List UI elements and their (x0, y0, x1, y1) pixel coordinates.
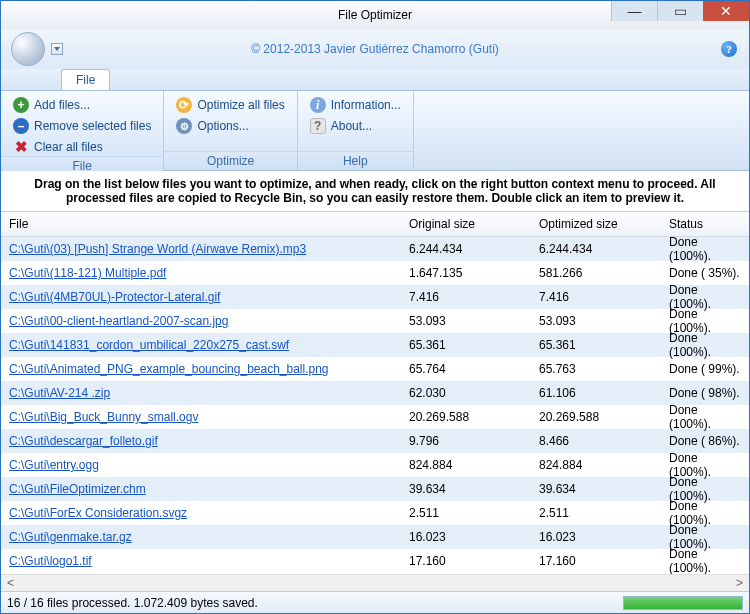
cell-original: 6.244.434 (401, 242, 531, 256)
cell-optimized: 20.269.588 (531, 410, 661, 424)
file-link[interactable]: C:\Guti\(118-121) Multiple.pdf (9, 266, 166, 280)
progress-bar (623, 596, 743, 610)
file-link[interactable]: C:\Guti\141831_cordon_umbilical_220x275_… (9, 338, 289, 352)
table-row[interactable]: C:\Guti\141831_cordon_umbilical_220x275_… (1, 333, 749, 357)
cell-optimized: 61.106 (531, 386, 661, 400)
cell-status: Done ( 98%). (661, 386, 749, 400)
file-link[interactable]: C:\Guti\Big_Buck_Bunny_small.ogv (9, 410, 198, 424)
file-link[interactable]: C:\Guti\(03) [Push] Strange World (Airwa… (9, 242, 306, 256)
minimize-button[interactable]: — (611, 1, 657, 21)
add-files-button[interactable]: +Add files... (9, 96, 155, 114)
table-row[interactable]: C:\Guti\ForEx Consideration.svgz2.5112.5… (1, 501, 749, 525)
arrow-icon: ⟳ (176, 97, 192, 113)
window-title: File Optimizer (338, 8, 412, 22)
ribbon-group-file: +Add files... –Remove selected files ✖Cl… (1, 91, 164, 170)
about-icon: ? (310, 118, 326, 134)
file-table: File Original size Optimized size Status… (1, 212, 749, 574)
ribbon: +Add files... –Remove selected files ✖Cl… (1, 91, 749, 171)
cell-status: Done (100%). (661, 547, 749, 574)
file-link[interactable]: C:\Guti\entry.ogg (9, 458, 99, 472)
clear-all-button[interactable]: ✖Clear all files (9, 138, 155, 156)
cell-optimized: 65.763 (531, 362, 661, 376)
group-label-optimize: Optimize (164, 151, 296, 170)
file-link[interactable]: C:\Guti\00-client-heartland-2007-scan.jp… (9, 314, 228, 328)
tab-file[interactable]: File (61, 69, 110, 90)
cell-optimized: 2.511 (531, 506, 661, 520)
file-link[interactable]: C:\Guti\Animated_PNG_example_bouncing_be… (9, 362, 329, 376)
cell-optimized: 581.266 (531, 266, 661, 280)
cell-original: 53.093 (401, 314, 531, 328)
file-link[interactable]: C:\Guti\genmake.tar.gz (9, 530, 132, 544)
table-row[interactable]: C:\Guti\00-client-heartland-2007-scan.jp… (1, 309, 749, 333)
file-link[interactable]: C:\Guti\(4MB70UL)-Protector-Lateral.gif (9, 290, 220, 304)
copyright-text: © 2012-2013 Javier Gutiérrez Chamorro (G… (251, 42, 499, 56)
table-row[interactable]: C:\Guti\genmake.tar.gz16.02316.023Done (… (1, 525, 749, 549)
col-status[interactable]: Status (661, 217, 749, 231)
information-button[interactable]: iInformation... (306, 96, 405, 114)
cell-original: 65.361 (401, 338, 531, 352)
cell-optimized: 17.160 (531, 554, 661, 568)
cell-original: 1.647.135 (401, 266, 531, 280)
col-optimized-size[interactable]: Optimized size (531, 217, 661, 231)
remove-selected-button[interactable]: –Remove selected files (9, 117, 155, 135)
table-row[interactable]: C:\Guti\logo1.tif17.16017.160Done (100%)… (1, 549, 749, 573)
group-label-help: Help (298, 151, 413, 170)
file-link[interactable]: C:\Guti\logo1.tif (9, 554, 92, 568)
status-bar: 16 / 16 files processed. 1.072.409 bytes… (1, 591, 749, 613)
cell-status: Done ( 99%). (661, 362, 749, 376)
help-icon[interactable]: ? (721, 41, 737, 57)
col-original-size[interactable]: Original size (401, 217, 531, 231)
cell-original: 824.884 (401, 458, 531, 472)
ribbon-group-help: iInformation... ?About... Help (298, 91, 414, 170)
table-row[interactable]: C:\Guti\Animated_PNG_example_bouncing_be… (1, 357, 749, 381)
status-text: 16 / 16 files processed. 1.072.409 bytes… (7, 596, 258, 610)
col-file[interactable]: File (1, 217, 401, 231)
file-link[interactable]: C:\Guti\ForEx Consideration.svgz (9, 506, 187, 520)
info-icon: i (310, 97, 326, 113)
ribbon-group-optimize: ⟳Optimize all files ⚙Options... Optimize (164, 91, 297, 170)
table-row[interactable]: C:\Guti\entry.ogg824.884824.884Done (100… (1, 453, 749, 477)
scroll-left-icon[interactable]: < (3, 576, 18, 591)
quick-access-dropdown[interactable] (51, 43, 63, 55)
file-link[interactable]: C:\Guti\descargar_folleto.gif (9, 434, 158, 448)
cell-optimized: 6.244.434 (531, 242, 661, 256)
table-row[interactable]: C:\Guti\descargar_folleto.gif9.7968.466D… (1, 429, 749, 453)
table-row[interactable]: C:\Guti\(118-121) Multiple.pdf1.647.1355… (1, 261, 749, 285)
scroll-right-icon[interactable]: > (732, 576, 747, 591)
instructions-text: Drag on the list below files you want to… (1, 171, 749, 212)
minus-icon: – (13, 118, 29, 134)
table-row[interactable]: C:\Guti\(4MB70UL)-Protector-Lateral.gif7… (1, 285, 749, 309)
cell-original: 65.764 (401, 362, 531, 376)
optimize-all-button[interactable]: ⟳Optimize all files (172, 96, 288, 114)
quick-access-toolbar: © 2012-2013 Javier Gutiérrez Chamorro (G… (1, 29, 749, 69)
cell-original: 20.269.588 (401, 410, 531, 424)
about-button[interactable]: ?About... (306, 117, 405, 135)
file-link[interactable]: C:\Guti\FileOptimizer.chm (9, 482, 146, 496)
x-icon: ✖ (13, 139, 29, 155)
cell-original: 17.160 (401, 554, 531, 568)
ribbon-tabs: File (1, 69, 749, 91)
table-row[interactable]: C:\Guti\Big_Buck_Bunny_small.ogv20.269.5… (1, 405, 749, 429)
cell-original: 39.634 (401, 482, 531, 496)
cell-original: 2.511 (401, 506, 531, 520)
table-header[interactable]: File Original size Optimized size Status (1, 212, 749, 237)
maximize-button[interactable]: ▭ (657, 1, 703, 21)
table-body[interactable]: C:\Guti\(03) [Push] Strange World (Airwa… (1, 237, 749, 574)
plus-icon: + (13, 97, 29, 113)
cell-original: 7.416 (401, 290, 531, 304)
file-link[interactable]: C:\Guti\AV-214 .zip (9, 386, 110, 400)
horizontal-scrollbar[interactable]: < > (1, 574, 749, 591)
table-row[interactable]: C:\Guti\FileOptimizer.chm39.63439.634Don… (1, 477, 749, 501)
table-row[interactable]: C:\Guti\(03) [Push] Strange World (Airwa… (1, 237, 749, 261)
close-button[interactable]: ✕ (703, 1, 749, 21)
cell-optimized: 53.093 (531, 314, 661, 328)
options-button[interactable]: ⚙Options... (172, 117, 288, 135)
app-orb-button[interactable] (11, 32, 45, 66)
cell-status: Done (100%). (661, 403, 749, 431)
cell-optimized: 824.884 (531, 458, 661, 472)
gear-icon: ⚙ (176, 118, 192, 134)
cell-optimized: 16.023 (531, 530, 661, 544)
titlebar[interactable]: File Optimizer — ▭ ✕ (1, 1, 749, 29)
table-row[interactable]: C:\Guti\AV-214 .zip62.03061.106Done ( 98… (1, 381, 749, 405)
cell-original: 16.023 (401, 530, 531, 544)
